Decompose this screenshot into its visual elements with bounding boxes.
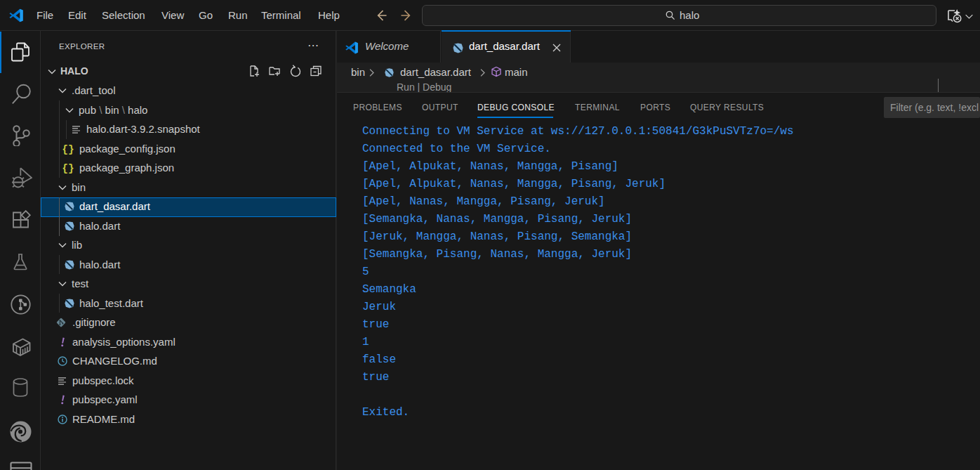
svg-text:{}: {}	[62, 163, 74, 174]
svg-text:{}: {}	[62, 143, 74, 155]
